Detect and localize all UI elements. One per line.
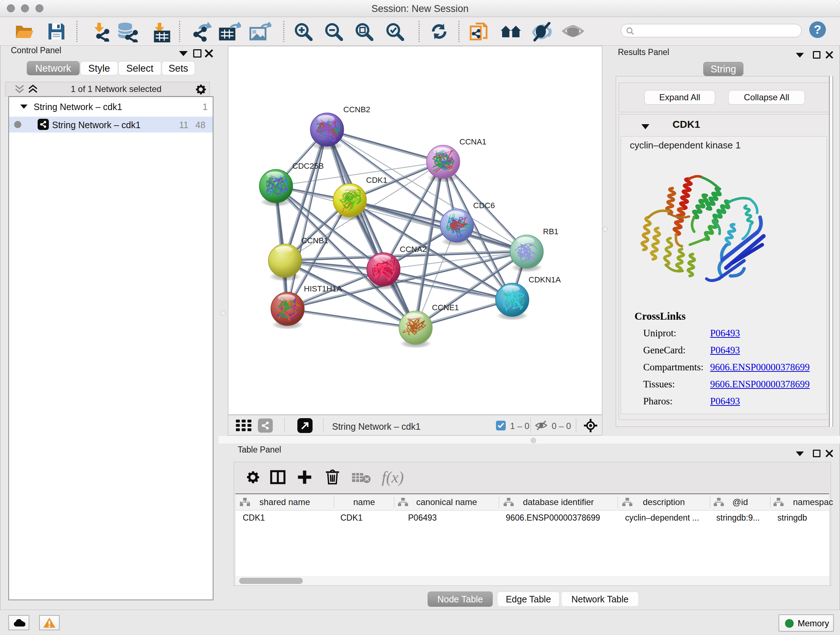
svg-text:HIST1H1A: HIST1H1A bbox=[304, 284, 342, 293]
svg-text:CCNA2: CCNA2 bbox=[400, 245, 427, 254]
svg-text:CDKN1A: CDKN1A bbox=[529, 275, 561, 284]
svg-text:CCNA1: CCNA1 bbox=[459, 137, 486, 146]
svg-text:CCNE1: CCNE1 bbox=[432, 303, 459, 312]
svg-text:CDC25B: CDC25B bbox=[292, 162, 324, 171]
svg-text:CCNB1: CCNB1 bbox=[302, 236, 328, 245]
svg-text:CCNB2: CCNB2 bbox=[343, 105, 370, 114]
svg-text:CDK1: CDK1 bbox=[366, 176, 387, 185]
svg-text:CDC6: CDC6 bbox=[473, 201, 495, 210]
svg-text:RB1: RB1 bbox=[543, 227, 559, 236]
